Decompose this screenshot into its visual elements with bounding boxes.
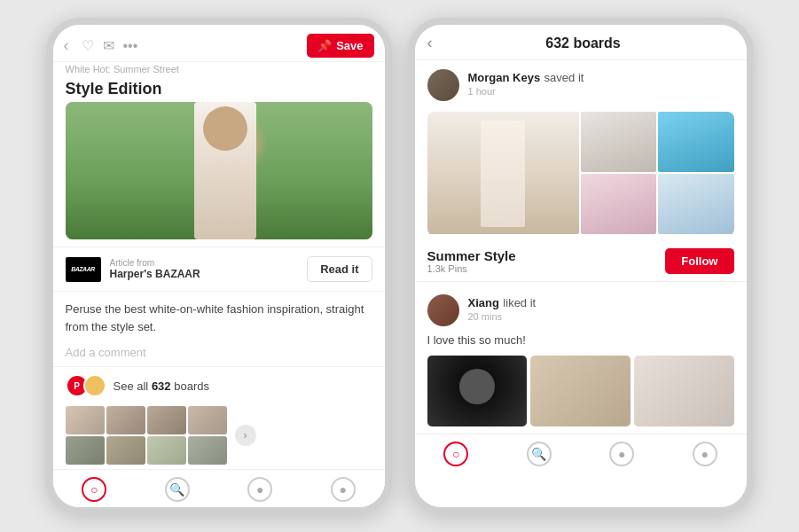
avatar-2: [83, 374, 106, 397]
activity-images: [415, 352, 747, 434]
nav-2-profile-icon[interactable]: ●: [693, 442, 717, 466]
article-from-label: Article from: [110, 258, 308, 268]
nav-profile-icon[interactable]: ●: [331, 477, 356, 502]
back-icon[interactable]: ‹: [64, 36, 69, 55]
board-info: Summer Style 1.3k Pins Follow: [415, 243, 747, 281]
thumb-3: [147, 406, 186, 434]
activity-thumb-3: [634, 356, 734, 426]
main-image: [66, 102, 372, 239]
phone-2-header: ‹ 632 boards: [415, 25, 747, 60]
board-details: Summer Style 1.3k Pins: [427, 248, 516, 274]
board-cell-bl: [581, 174, 657, 234]
board-cell-mr: [658, 112, 734, 172]
pin-icon: 📌: [317, 39, 332, 52]
nav-chat-icon[interactable]: ●: [247, 477, 272, 502]
comment-input[interactable]: Add a comment: [53, 340, 385, 367]
thumb-5: [66, 436, 105, 465]
description-text: Peruse the best white-on-white fashion i…: [53, 292, 385, 340]
bazaar-logo: BAZAAR: [66, 257, 101, 282]
avatar-morgan[interactable]: [427, 69, 459, 101]
activity-time-2: 20 mins: [468, 311, 734, 322]
activity-thumb-1: [427, 356, 528, 426]
boards-label[interactable]: See all 632 boards: [114, 379, 209, 393]
activity-name-2: Xiang liked it: [468, 294, 734, 310]
board-grid: [427, 112, 734, 236]
board-cell-tr: [581, 112, 657, 172]
nav-2-chat-icon[interactable]: ●: [609, 442, 634, 466]
article-row: BAZAAR Article from Harper's BAZAAR Read…: [53, 246, 385, 292]
article-subtitle: White Hot: Summer Street: [53, 62, 385, 74]
thumb-7: [147, 436, 186, 465]
phone-2-screen: ‹ 632 boards Morgan Keys saved it 1 hour: [415, 25, 747, 507]
boards-scroll[interactable]: ›: [53, 404, 385, 469]
phone-1-screen: ‹ ♡ ✉ ••• 📌 Save White Hot: Summer Stree…: [53, 25, 385, 507]
thumb-6: [106, 436, 145, 465]
activity-item-2: Xiang liked it 20 mins: [415, 286, 747, 330]
phone-1-header: ‹ ♡ ✉ ••• 📌 Save: [53, 25, 385, 62]
heart-icon[interactable]: ♡: [82, 37, 94, 54]
activity-top-2: Xiang liked it 20 mins: [427, 294, 734, 326]
send-icon[interactable]: ✉: [103, 37, 114, 54]
divider-1: [415, 281, 747, 282]
thumb-2: [106, 406, 145, 434]
nav-search-icon[interactable]: 🔍: [165, 477, 190, 502]
article-info: Article from Harper's BAZAAR: [101, 258, 308, 280]
nav-2-search-icon[interactable]: 🔍: [527, 442, 552, 466]
activity-top-1: Morgan Keys saved it 1 hour: [427, 69, 734, 101]
thumb-4: [188, 406, 227, 434]
board-pin-count: 1.3k Pins: [427, 263, 516, 274]
scroll-next-arrow[interactable]: ›: [235, 425, 256, 446]
boards-row: P See all 632 boards: [53, 367, 385, 404]
avatar-stack: P: [66, 374, 101, 397]
article-source: Harper's BAZAAR: [110, 268, 308, 280]
page-title: Style Edition: [53, 74, 385, 102]
activity-info-2: Xiang liked it 20 mins: [468, 294, 734, 322]
activity-info-1: Morgan Keys saved it 1 hour: [468, 69, 734, 97]
activity-item-1: Morgan Keys saved it 1 hour: [415, 60, 747, 105]
activity-thumb-2: [530, 356, 631, 426]
thumb-8: [188, 436, 227, 465]
read-it-button[interactable]: Read it: [307, 256, 372, 282]
phone-1: ‹ ♡ ✉ ••• 📌 Save White Hot: Summer Stree…: [46, 18, 392, 514]
board-cell-bm: [658, 174, 734, 234]
board-cell-main: [427, 112, 579, 234]
nav-pinterest-icon[interactable]: ○: [82, 477, 106, 502]
phone-2: ‹ 632 boards Morgan Keys saved it 1 hour: [408, 18, 754, 514]
thumb-1: [66, 406, 105, 434]
avatar-xiang[interactable]: [427, 294, 459, 326]
nav-2-pinterest-icon[interactable]: ○: [443, 442, 468, 466]
boards-title: 632 boards: [433, 35, 734, 51]
thumb-grid: [66, 406, 227, 465]
board-preview[interactable]: [427, 112, 734, 236]
board-name: Summer Style: [427, 248, 516, 263]
bottom-nav-1: ○ 🔍 ● ●: [53, 469, 385, 507]
save-button[interactable]: 📌 Save: [307, 34, 373, 58]
activity-time-1: 1 hour: [468, 86, 734, 97]
more-icon[interactable]: •••: [123, 38, 299, 54]
bottom-nav-2: ○ 🔍 ● ●: [415, 434, 747, 472]
follow-button[interactable]: Follow: [665, 248, 733, 274]
activity-name-1: Morgan Keys saved it: [468, 69, 734, 85]
activity-comment: I love this so much!: [415, 330, 747, 352]
